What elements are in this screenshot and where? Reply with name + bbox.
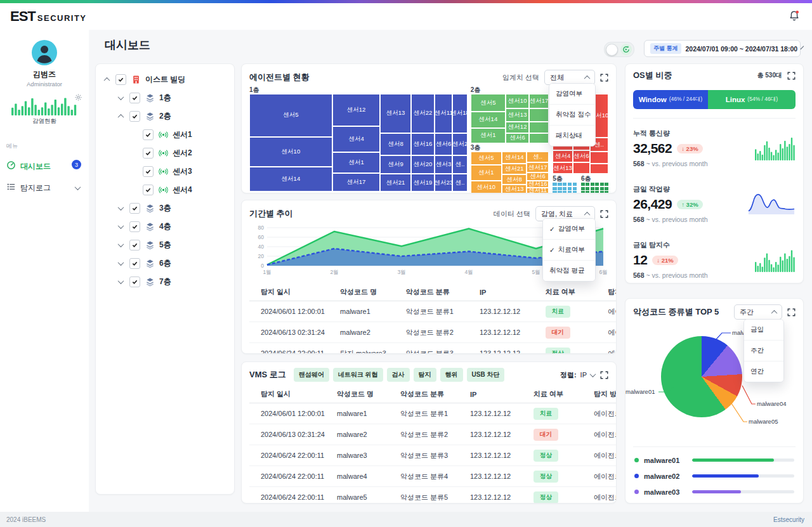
tree-checkbox[interactable] [129,258,140,269]
treemap-tile[interactable]: 센서8 [380,133,410,155]
treemap-tile[interactable] [581,191,585,193]
filter-chip[interactable]: 랜섬웨어 [294,368,329,382]
treemap-tile[interactable] [558,183,561,186]
treemap-tile[interactable]: 센서4 [553,150,573,162]
menu-option[interactable]: 금일 [744,320,783,341]
treemap-tile[interactable]: 센서21 [502,164,527,174]
treemap-tile[interactable] [573,191,577,193]
treemap-tile[interactable]: 센서6 [527,172,549,180]
tree-checkbox[interactable] [143,166,154,177]
menu-option[interactable]: 취약점 점수 [549,105,595,126]
treemap-tile[interactable]: 센서16 [527,181,549,188]
chevron-down-icon[interactable] [118,278,124,284]
table-row[interactable]: 2024/06/01 12:00:01malware1악성코드 분류1123.1… [249,403,616,424]
tree-node-이스트 빌딩[interactable]: 이스트 빌딩 [101,70,229,89]
treemap-tile[interactable]: 센서9 [380,155,410,174]
fullscreen-icon[interactable] [600,371,608,379]
treemap-tile[interactable] [590,152,608,164]
menu-option[interactable]: 감염여부 [549,84,595,105]
treemap-tile[interactable]: 센서14 [471,112,506,128]
filter-chip[interactable]: 네트워크 위협 [333,368,383,382]
treemap-tile[interactable]: 센서17 [527,162,549,172]
chevron-down-icon[interactable] [118,259,124,266]
tree-node-3층[interactable]: 3층 [101,199,229,218]
menu-option[interactable]: 패치상태 [549,126,595,146]
filter-chip[interactable]: USB 차단 [467,368,505,382]
filter-chip[interactable]: 검사 [387,368,410,382]
treemap-tile[interactable] [568,187,572,190]
chevron-down-icon[interactable] [118,241,124,247]
treemap-tile[interactable] [586,191,589,193]
treemap-tile[interactable]: 센서10 [506,94,529,108]
treemap-tile[interactable] [568,191,572,193]
tree-checkbox[interactable] [115,74,126,85]
treemap-tile[interactable] [558,187,561,190]
treemap-tile[interactable]: 센서13 [380,94,410,133]
treemap-tile[interactable] [573,183,577,186]
auto-refresh-toggle[interactable] [604,42,634,57]
treemap-tile[interactable] [595,183,599,186]
os-segment-linux[interactable]: Linux(54% / 46대) [708,90,796,109]
treemap-tile[interactable] [553,183,556,186]
treemap-tile[interactable]: 센서20 [411,155,435,174]
treemap-tile[interactable] [600,183,604,186]
tree-node-7층[interactable]: 7층 [101,273,229,291]
tree-checkbox[interactable] [143,148,154,159]
filter-chip[interactable]: 행위 [440,368,463,382]
treemap-tile[interactable]: 센서11 [435,94,452,133]
table-row[interactable]: 2024/06/24 22:00:11malware5악성코드 분류5123.1… [249,487,616,504]
table-row[interactable]: 2024/06/24 22:00:11malware4악성코드 분류4123.1… [249,466,616,487]
treemap-tile[interactable]: 센서10 [471,181,502,193]
treemap-tile[interactable]: 센서13 [506,108,529,121]
menu-option[interactable]: 연간 [744,361,783,382]
menu-option[interactable]: ✓감염여부 [543,219,595,240]
fullscreen-icon[interactable] [600,74,608,82]
fullscreen-icon[interactable] [787,308,796,316]
treemap-tile[interactable]: 센서1 [332,152,381,172]
treemap-tile[interactable]: 센서13 [553,162,573,174]
chevron-up-icon[interactable] [118,114,124,120]
treemap-tile[interactable]: 센서5 [471,152,502,165]
tree-checkbox[interactable] [129,240,140,250]
treemap-tile[interactable]: 센서13 [502,185,527,193]
treemap-tile[interactable]: 센서19 [411,174,435,192]
treemap-tile[interactable] [563,191,566,193]
treemap-tile[interactable]: 센서21 [380,174,410,192]
period-select[interactable]: 주간 [734,304,782,320]
treemap-tile[interactable] [605,191,608,193]
treemap-tile[interactable]: 센서6 [506,133,529,143]
treemap-tile[interactable]: 센서16 [411,133,435,155]
table-row[interactable]: 2024/06/24 22:00:11malware3악성코드 분류3123.1… [249,445,616,466]
tree-checkbox[interactable] [143,185,154,195]
tree-node-센서2[interactable]: 센서2 [101,144,229,162]
treemap-tile[interactable]: 센서5 [471,94,506,112]
treemap-tile[interactable] [595,191,599,193]
treemap-tile[interactable] [529,122,549,133]
treemap-tile[interactable]: 센서8 [502,174,527,185]
treemap-tile[interactable]: 센서1 [471,128,506,143]
treemap-tile[interactable]: 센서1 [471,165,502,181]
table-row[interactable]: 2024/06/13 02:31:24malware2악성코드 분류2123.1… [249,424,616,445]
treemap-tile[interactable] [590,164,608,174]
treemap-tile[interactable]: 센서11 [527,188,549,193]
treemap-tile[interactable] [581,187,585,190]
treemap-tile[interactable] [581,183,585,186]
treemap-tile[interactable]: 센서2 [452,133,468,155]
tree-checkbox[interactable] [129,203,140,214]
treemap-tile[interactable]: 센서14 [249,167,332,192]
treemap-tile[interactable]: 센서5 [249,94,332,137]
tree-node-6층[interactable]: 6층 [101,254,229,273]
treemap-tile[interactable] [558,191,561,193]
treemap-tile[interactable] [600,191,604,193]
treemap-tile[interactable] [553,187,556,190]
filter-chip[interactable]: 탐지 [414,368,436,382]
treemap-tile[interactable] [573,187,577,190]
tree-checkbox[interactable] [129,277,140,287]
treemap-tile[interactable]: 센서6 [435,133,452,155]
tree-node-센서3[interactable]: 센서3 [101,162,229,181]
treemap-tile[interactable]: 센서23 [435,174,452,192]
treemap-tile[interactable]: 센서22 [411,94,435,133]
treemap-tile[interactable] [591,187,594,190]
treemap-tile[interactable] [563,183,566,186]
treemap-tile[interactable] [553,191,556,193]
